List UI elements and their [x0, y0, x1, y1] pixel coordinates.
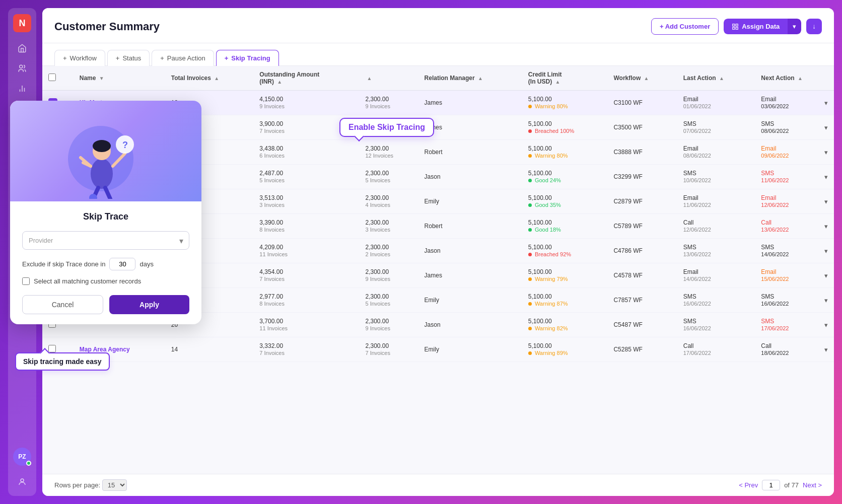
- row-col4-sub: 5 Invoices: [365, 301, 390, 307]
- row-next-action: Email 09/06/2022 ▾: [755, 140, 834, 165]
- tabs-bar: + Workflow + Status + Pause Action + Ski…: [42, 43, 834, 66]
- credit-dot: [528, 179, 532, 182]
- total-pages-label: of 77: [784, 481, 799, 489]
- modal-hero: ?: [10, 101, 201, 201]
- row-action-dropdown[interactable]: ▾: [824, 223, 828, 230]
- assign-data-button[interactable]: Assign Data: [724, 19, 788, 34]
- row-credit-limit: 5,100.00 Warning 80%: [522, 140, 608, 165]
- row-action-dropdown[interactable]: ▾: [824, 247, 828, 255]
- rows-per-page-select[interactable]: 15 25 50: [102, 479, 127, 491]
- svg-rect-7: [736, 24, 738, 26]
- row-last-date: 13/06/2022: [683, 251, 711, 257]
- credit-dot: [528, 154, 532, 158]
- row-workflow: C7857 WF: [607, 288, 677, 313]
- row-relation-manager: James: [418, 263, 522, 288]
- row-next-date: 08/06/2022: [761, 128, 789, 134]
- row-workflow: C4786 WF: [607, 239, 677, 263]
- row-col4-sub: 2 Invoices: [365, 251, 390, 257]
- row-relation-manager: Emily: [418, 189, 522, 214]
- tab-workflow-label: Workflow: [70, 54, 97, 62]
- th-next-action: Next Action ▲: [755, 66, 834, 91]
- credit-dot: [528, 105, 532, 108]
- row-credit-limit: 5,100.00 Warning 82%: [522, 313, 608, 337]
- svg-point-0: [20, 65, 23, 68]
- row-outstanding-sub: 6 Invoices: [259, 153, 285, 159]
- row-col4-sub: 5 Invoices: [365, 177, 390, 183]
- tab-status[interactable]: + Status: [107, 50, 150, 66]
- days-input[interactable]: [109, 258, 135, 270]
- add-customer-button[interactable]: + Add Customer: [651, 18, 719, 35]
- pagination-controls: < Prev of 77 Next >: [739, 480, 822, 490]
- row-action-dropdown[interactable]: ▾: [824, 198, 828, 205]
- home-icon[interactable]: [14, 40, 30, 56]
- row-last-action: SMS 10/06/2022: [677, 165, 755, 189]
- row-credit-limit: 5,100.00 Good 18%: [522, 214, 608, 239]
- select-all-label: Select all matching customer records: [34, 277, 141, 285]
- th-workflow: Workflow ▲: [607, 66, 677, 91]
- rows-per-page: Rows per page: 15 25 50: [54, 479, 127, 491]
- row-outstanding: 3,332.00 7 Invoices: [253, 337, 359, 362]
- credit-sort-icon: ▲: [555, 79, 560, 85]
- row-workflow: C4578 WF: [607, 263, 677, 288]
- row-last-date: 14/06/2022: [683, 276, 711, 282]
- row-credit-status: Warning 82%: [528, 325, 568, 331]
- assign-data-dropdown-button[interactable]: ▾: [788, 19, 801, 34]
- account-icon[interactable]: [14, 474, 30, 490]
- days-label: days: [139, 260, 153, 268]
- row-relation-manager: Robert: [418, 214, 522, 239]
- row-outstanding-sub: 7 Invoices: [259, 128, 285, 134]
- chart-icon[interactable]: [14, 81, 30, 97]
- row-last-date: 01/06/2022: [683, 103, 711, 109]
- th-credit-limit: Credit Limit(In USD) ▲: [522, 66, 608, 91]
- row-action-dropdown[interactable]: ▾: [824, 346, 828, 353]
- row-action-dropdown[interactable]: ▾: [824, 124, 828, 131]
- provider-select[interactable]: Provider: [22, 231, 189, 250]
- row-next-action: SMS 14/06/2022 ▾: [755, 239, 834, 263]
- row-action-dropdown[interactable]: ▾: [824, 321, 828, 329]
- row-last-action: Call 12/06/2022: [677, 214, 755, 239]
- credit-dot: [528, 302, 532, 306]
- row-credit-status: Good 35%: [528, 202, 561, 208]
- row-col4: 2,300.00 12 Invoices: [359, 140, 418, 165]
- tab-pause-action[interactable]: + Pause Action: [152, 50, 214, 66]
- row-action-dropdown[interactable]: ▾: [824, 149, 828, 156]
- select-all-records-checkbox[interactable]: [22, 277, 30, 285]
- tab-skip-tracing[interactable]: + Skip Tracing: [216, 50, 279, 66]
- users-icon[interactable]: [14, 60, 30, 77]
- apply-button[interactable]: Apply: [109, 295, 189, 314]
- row-outstanding: 4,150.00 9 Invoices: [253, 91, 359, 115]
- svg-point-5: [21, 479, 24, 482]
- tab-workflow[interactable]: + Workflow: [54, 50, 105, 66]
- skip-trace-modal-overlay: ? Skip Trace Provider Exclude if skip Tr…: [10, 101, 201, 350]
- next-page-button[interactable]: Next >: [803, 481, 822, 489]
- name-sort-icon: ▼: [99, 76, 104, 81]
- modal-title: Skip Trace: [22, 211, 189, 222]
- row-credit-limit: 5,100.00 Good 35%: [522, 189, 608, 214]
- row-action-dropdown[interactable]: ▾: [824, 99, 828, 107]
- cancel-button[interactable]: Cancel: [22, 295, 103, 314]
- row-workflow: C3299 WF: [607, 165, 677, 189]
- page-number-input[interactable]: [762, 480, 780, 490]
- download-button[interactable]: ↓: [806, 19, 822, 34]
- tab-pause-icon: +: [160, 54, 164, 62]
- row-action-dropdown[interactable]: ▾: [824, 272, 828, 279]
- svg-rect-6: [733, 24, 735, 26]
- row-credit-status: Warning 79%: [528, 276, 568, 282]
- row-next-action: Call 18/06/2022 ▾: [755, 337, 834, 362]
- row-action-dropdown[interactable]: ▾: [824, 297, 828, 304]
- th-last-action: Last Action ▲: [677, 66, 755, 91]
- row-next-date: 03/06/2022: [761, 103, 789, 109]
- row-workflow: C5285 WF: [607, 337, 677, 362]
- row-credit-limit: 5,100.00 Breached 92%: [522, 239, 608, 263]
- row-action-dropdown[interactable]: ▾: [824, 173, 828, 181]
- row-col4-sub: 9 Invoices: [365, 276, 390, 282]
- row-outstanding: 2,487.00 5 Invoices: [253, 165, 359, 189]
- credit-dot: [528, 327, 532, 330]
- prev-page-button[interactable]: < Prev: [739, 481, 758, 489]
- row-next-action-text: Email: [761, 96, 776, 103]
- skip-tracing-easy-tooltip: Skip tracing made easy: [15, 352, 110, 371]
- row-next-date: 16/06/2022: [761, 301, 789, 307]
- rows-per-page-label: Rows per page:: [54, 481, 100, 489]
- select-all-checkbox[interactable]: [48, 74, 56, 81]
- user-avatar[interactable]: PZ: [13, 448, 31, 466]
